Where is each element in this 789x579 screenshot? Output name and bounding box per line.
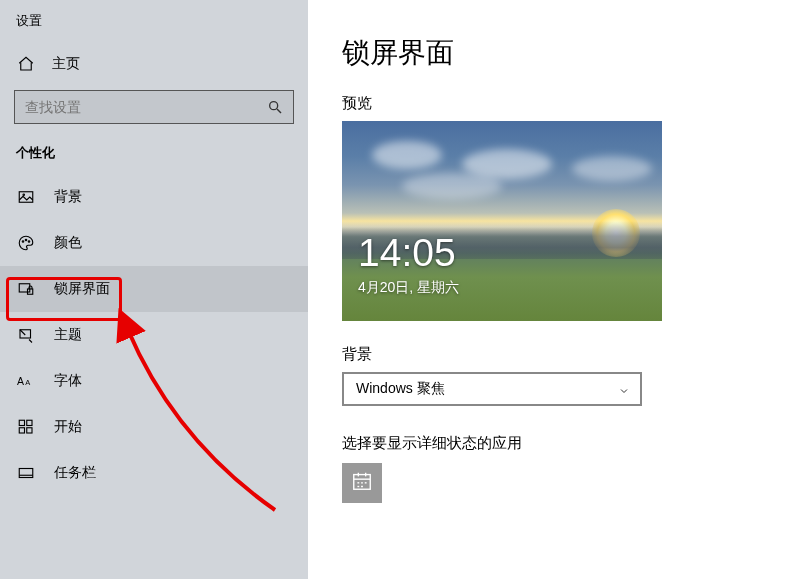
dropdown-value: Windows 聚焦: [356, 380, 445, 398]
svg-line-1: [277, 109, 281, 113]
svg-rect-12: [19, 420, 24, 425]
home-icon: [16, 54, 36, 74]
sidebar-item-label: 主题: [54, 326, 82, 344]
svg-rect-13: [27, 420, 32, 425]
lockscreen-preview: 14:05 4月20日, 星期六: [342, 121, 662, 321]
chevron-down-icon: [618, 383, 630, 395]
lockscreen-icon: [16, 279, 36, 299]
svg-point-3: [23, 194, 25, 196]
sidebar-item-fonts[interactable]: A A 字体: [0, 358, 308, 404]
preview-label: 预览: [342, 94, 789, 113]
svg-rect-14: [19, 428, 24, 433]
svg-point-5: [25, 239, 27, 241]
search-icon: [267, 99, 283, 115]
sidebar-item-colors[interactable]: 颜色: [0, 220, 308, 266]
sidebar-home[interactable]: 主页: [0, 46, 308, 82]
svg-point-6: [28, 241, 30, 243]
sidebar-item-start[interactable]: 开始: [0, 404, 308, 450]
sidebar-item-label: 背景: [54, 188, 82, 206]
sidebar-item-label: 锁屏界面: [54, 280, 110, 298]
fonts-icon: A A: [16, 371, 36, 391]
background-label: 背景: [342, 345, 789, 364]
page-title: 锁屏界面: [342, 34, 789, 72]
svg-rect-2: [19, 192, 33, 203]
sidebar-item-taskbar[interactable]: 任务栏: [0, 450, 308, 496]
picture-icon: [16, 187, 36, 207]
preview-date: 4月20日, 星期六: [358, 279, 459, 297]
main-content: 锁屏界面 预览 14:05 4月20日, 星期六 背景 Windows 聚焦 选…: [308, 0, 789, 579]
status-app-label: 选择要显示详细状态的应用: [342, 434, 789, 453]
app-title: 设置: [0, 8, 308, 46]
preview-time: 14:05: [358, 231, 456, 275]
svg-rect-16: [19, 469, 33, 478]
svg-point-0: [270, 102, 278, 110]
taskbar-icon: [16, 463, 36, 483]
search-input[interactable]: [25, 99, 267, 115]
sidebar: 设置 主页 个性化 背景: [0, 0, 308, 579]
palette-icon: [16, 233, 36, 253]
sidebar-item-themes[interactable]: 主题: [0, 312, 308, 358]
svg-rect-15: [27, 428, 32, 433]
calendar-icon: [351, 470, 373, 496]
svg-text:A: A: [17, 375, 24, 387]
sidebar-item-label: 任务栏: [54, 464, 96, 482]
sidebar-item-label: 开始: [54, 418, 82, 436]
sidebar-item-lockscreen[interactable]: 锁屏界面: [0, 266, 308, 312]
sidebar-item-background[interactable]: 背景: [0, 174, 308, 220]
status-app-tile[interactable]: [342, 463, 382, 503]
svg-rect-7: [19, 284, 30, 292]
svg-text:A: A: [25, 378, 30, 387]
svg-point-4: [22, 241, 24, 243]
search-box[interactable]: [14, 90, 294, 124]
themes-icon: [16, 325, 36, 345]
sidebar-section-header: 个性化: [0, 138, 308, 174]
background-dropdown[interactable]: Windows 聚焦: [342, 372, 642, 406]
sidebar-home-label: 主页: [52, 55, 80, 73]
start-icon: [16, 417, 36, 437]
sidebar-item-label: 颜色: [54, 234, 82, 252]
sidebar-item-label: 字体: [54, 372, 82, 390]
